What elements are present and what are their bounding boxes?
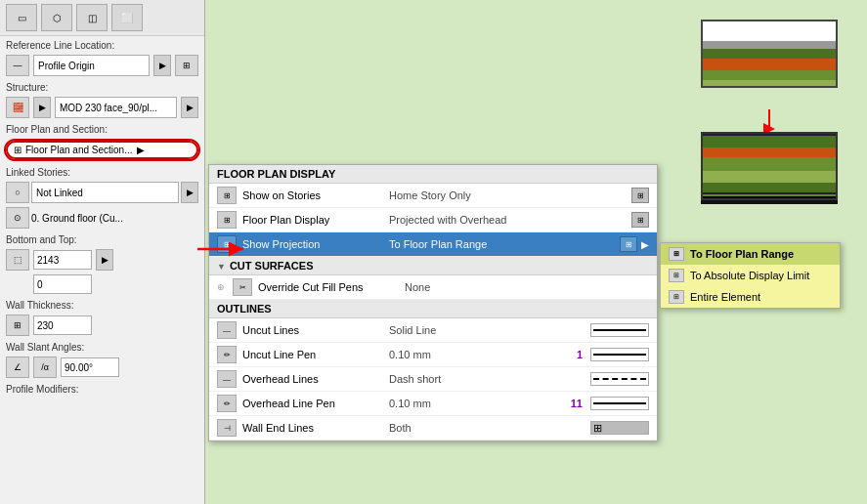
uncut-pen-end: 1 xyxy=(577,348,649,361)
wall-end-preview: ⊞ xyxy=(590,421,649,435)
red-arrow-indicator xyxy=(193,234,251,264)
floor-plan-disp-icon: ⊞ xyxy=(217,211,237,229)
sub-menu-item-absolute-display[interactable]: ⊞ To Absolute Display Limit xyxy=(661,265,840,286)
top-arrow[interactable]: ▶ xyxy=(96,249,113,271)
entire-elem-icon: ⊞ xyxy=(669,290,684,304)
bottom-value[interactable] xyxy=(33,274,92,294)
floor-plan-display-row[interactable]: ⊞ Floor Plan Display Projected with Over… xyxy=(209,208,657,232)
bottom-top-icon: ⬚ xyxy=(6,249,29,271)
wall-thick-icon: ⊞ xyxy=(6,315,29,336)
structure-expand[interactable]: ▶ xyxy=(33,97,51,118)
uncut-lines-row[interactable]: — Uncut Lines Solid Line xyxy=(209,318,657,343)
floor-plan-disp-value: Projected with Overhead xyxy=(389,214,631,226)
profile-origin-dropdown[interactable]: Profile Origin xyxy=(33,55,150,76)
tool-btn-4[interactable]: ⬜ xyxy=(111,4,143,31)
structure-icon: 🧱 xyxy=(6,97,29,118)
floor-plan-disp-end: ⊞ xyxy=(631,212,649,228)
wall-end-value: Both xyxy=(389,422,590,434)
wall-end-lines-row[interactable]: ⊣ Wall End Lines Both ⊞ xyxy=(209,416,657,441)
uncut-pen-value: 0.10 mm xyxy=(389,349,577,360)
overhead-pen-num: 11 xyxy=(571,398,583,409)
tool-btn-3[interactable]: ◫ xyxy=(76,4,108,31)
wall-thickness-row: ⊞ xyxy=(0,313,204,338)
abs-display-label: To Absolute Display Limit xyxy=(690,270,809,281)
wall-thickness-value[interactable] xyxy=(33,315,92,335)
show-stories-label: Show on Stories xyxy=(242,189,389,201)
overhead-lines-row[interactable]: — Overhead Lines Dash short xyxy=(209,367,657,392)
profile-origin-arrow[interactable]: ▶ xyxy=(153,55,171,76)
wall-end-end: ⊞ xyxy=(590,421,649,435)
left-panel: ▭ ⬡ ◫ ⬜ Reference Line Location: — Profi… xyxy=(0,0,205,504)
wall-end-icon: ⊣ xyxy=(217,419,237,437)
overhead-lines-label: Overhead Lines xyxy=(242,373,389,385)
structure-arrow[interactable]: ▶ xyxy=(181,97,198,118)
profile-icon: ⊞ xyxy=(175,55,198,76)
preview-box-top xyxy=(701,20,838,88)
tool-btn-2[interactable]: ⬡ xyxy=(41,4,72,31)
floor-plan-icon: ⊞ xyxy=(14,145,22,155)
uncut-pen-preview xyxy=(590,348,649,361)
between-arrow xyxy=(755,107,784,132)
overhead-line-preview xyxy=(590,372,649,386)
uncut-lines-end xyxy=(590,323,649,337)
angle-icon1: ∠ xyxy=(6,357,29,378)
override-cut-fill-row[interactable]: ⊕ ✂ Override Cut Fill Pens None xyxy=(209,275,657,300)
override-cut-icon: ✂ xyxy=(233,278,252,296)
not-linked-arrow[interactable]: ▶ xyxy=(181,182,198,203)
overhead-line-pen-row[interactable]: ✏ Overhead Line Pen 0.10 mm 11 xyxy=(209,392,657,416)
uncut-lines-value: Solid Line xyxy=(389,324,590,336)
sub-menu-item-floor-plan-range[interactable]: ⊞ To Floor Plan Range xyxy=(661,243,840,265)
not-linked-icon: ○ xyxy=(6,182,29,203)
overhead-lines-end xyxy=(590,372,649,386)
show-proj-icon2: ⊞ xyxy=(620,236,637,252)
overhead-lines-icon: — xyxy=(217,370,237,388)
angle-value[interactable] xyxy=(61,357,119,377)
abs-display-icon: ⊞ xyxy=(669,269,684,282)
uncut-lines-icon: — xyxy=(217,321,237,339)
fp-range-label: To Floor Plan Range xyxy=(690,248,794,260)
ref-line-icon: — xyxy=(6,55,29,76)
show-stories-value: Home Story Only xyxy=(389,189,631,201)
floor-disp-icon2: ⊞ xyxy=(631,212,649,228)
show-proj-label: Show Projection xyxy=(242,238,389,250)
uncut-lines-label: Uncut Lines xyxy=(242,324,389,336)
profile-modifiers-label: Profile Modifiers: xyxy=(0,380,204,397)
floor-plan-section-btn[interactable]: ⊞ Floor Plan and Section... ▶ xyxy=(6,141,198,159)
override-cut-label: Override Cut Fill Pens xyxy=(258,281,405,293)
bottom-top-label: Bottom and Top: xyxy=(0,231,204,247)
main-menu: FLOOR PLAN DISPLAY ⊞ Show on Stories Hom… xyxy=(208,164,658,441)
linked-stories-label: Linked Stories: xyxy=(0,163,204,180)
uncut-line-preview xyxy=(590,323,649,337)
tool-btn-1[interactable]: ▭ xyxy=(6,4,37,31)
stripe-green-light xyxy=(703,80,836,88)
wall-end-label: Wall End Lines xyxy=(242,422,389,434)
overhead-pen-icon: ✏ xyxy=(217,395,237,412)
uncut-pen-label: Uncut Line Pen xyxy=(242,349,389,360)
overhead-pen-label: Overhead Line Pen xyxy=(242,398,389,409)
override-cut-value: None xyxy=(405,281,649,293)
stripe-green-dark xyxy=(703,49,836,59)
outlines-header: OUTLINES xyxy=(209,300,657,318)
bottom-value-row xyxy=(0,273,204,296)
structure-label: Structure: xyxy=(0,78,204,95)
ground-floor-row: ⊙ 0. Ground floor (Cu... xyxy=(0,205,204,231)
show-on-stories-row[interactable]: ⊞ Show on Stories Home Story Only ⊞ xyxy=(209,184,657,208)
show-proj-value: To Floor Plan Range xyxy=(389,238,620,250)
uncut-pen-icon: ✏ xyxy=(217,346,237,363)
reference-line-row: — Profile Origin ▶ ⊞ xyxy=(0,53,204,78)
show-stories-icon2: ⊞ xyxy=(631,188,649,203)
top-value[interactable] xyxy=(33,250,92,270)
show-projection-row[interactable]: ⊞ Show Projection To Floor Plan Range ⊞ … xyxy=(209,232,657,257)
show-stories-end: ⊞ xyxy=(631,188,649,203)
overhead-pen-end: 11 xyxy=(571,397,649,410)
bottom-top-row: ⬚ ▶ xyxy=(0,247,204,273)
ground-floor-icon: ⊙ xyxy=(6,207,29,229)
wall-slant-row: ∠ /α xyxy=(0,355,204,380)
structure-dropdown[interactable]: MOD 230 face_90/pl... xyxy=(55,97,177,118)
stripe-orange xyxy=(703,59,836,70)
uncut-line-pen-row[interactable]: ✏ Uncut Line Pen 0.10 mm 1 xyxy=(209,343,657,367)
not-linked-dropdown[interactable]: Not Linked xyxy=(31,182,179,203)
ground-floor-label: 0. Ground floor (Cu... xyxy=(31,213,123,224)
uncut-pen-num: 1 xyxy=(577,349,583,360)
sub-menu-item-entire-element[interactable]: ⊞ Entire Element xyxy=(661,286,840,308)
